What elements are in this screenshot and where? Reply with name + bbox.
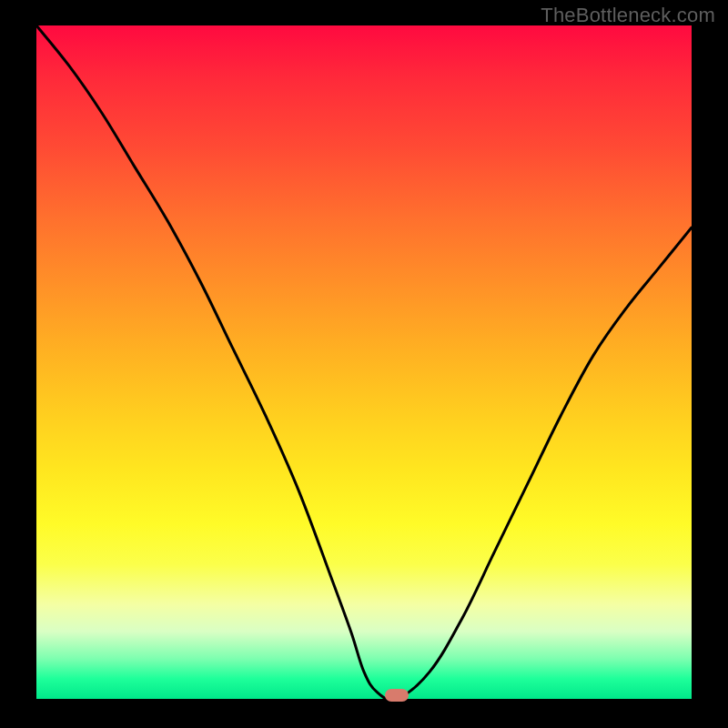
curve-path	[36, 25, 692, 700]
bottleneck-curve	[36, 25, 692, 699]
plot-area	[36, 25, 692, 699]
watermark-text: TheBottleneck.com	[541, 4, 715, 27]
chart-frame: TheBottleneck.com	[0, 0, 728, 728]
optimal-point-marker	[385, 689, 409, 702]
